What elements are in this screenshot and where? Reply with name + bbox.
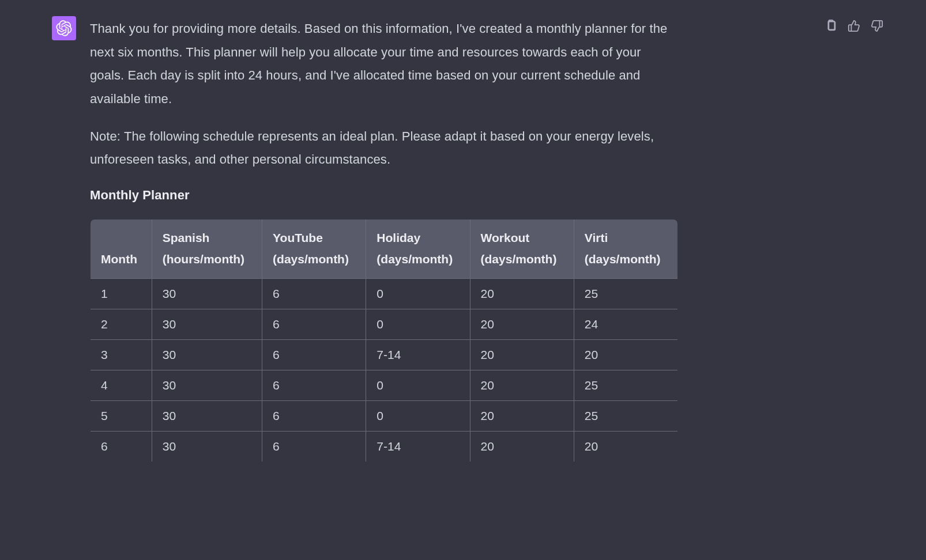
assistant-message: Thank you for providing more details. Ba… [0,0,926,478]
copy-button[interactable] [823,18,838,33]
thumbs-up-button[interactable] [846,18,861,33]
note-paragraph: Note: The following schedule represents … [90,125,678,172]
table-cell: 24 [574,309,677,339]
table-row: 430602025 [91,370,678,400]
table-cell: 0 [366,278,470,309]
table-row: 33067-142020 [91,339,678,370]
table-cell: 25 [574,400,677,431]
planner-table-wrapper: Month Spanish (hours/month) YouTube (day… [90,219,678,462]
assistant-avatar [52,16,76,40]
table-cell: 20 [470,400,574,431]
table-cell: 20 [574,431,677,461]
col-virti: Virti (days/month) [574,220,677,279]
thumbs-down-button[interactable] [869,18,884,33]
table-cell: 20 [470,370,574,400]
table-cell: 6 [91,431,152,461]
table-cell: 5 [91,400,152,431]
table-cell: 7-14 [366,431,470,461]
thumbs-up-icon [848,20,860,32]
table-heading: Monthly Planner [90,188,678,203]
table-cell: 20 [470,431,574,461]
table-cell: 2 [91,309,152,339]
thumbs-down-icon [871,20,883,32]
clipboard-icon [825,20,837,32]
table-row: 130602025 [91,278,678,309]
table-cell: 6 [262,339,366,370]
table-cell: 20 [470,309,574,339]
table-row: 63067-142020 [91,431,678,461]
table-cell: 30 [152,400,262,431]
message-actions [823,18,884,33]
table-cell: 20 [470,278,574,309]
table-cell: 25 [574,278,677,309]
table-cell: 30 [152,431,262,461]
table-cell: 6 [262,370,366,400]
table-cell: 20 [574,339,677,370]
table-header-row: Month Spanish (hours/month) YouTube (day… [91,220,678,279]
table-cell: 7-14 [366,339,470,370]
table-cell: 25 [574,370,677,400]
table-cell: 0 [366,400,470,431]
intro-paragraph: Thank you for providing more details. Ba… [90,17,678,111]
planner-table: Month Spanish (hours/month) YouTube (day… [90,219,678,462]
table-cell: 6 [262,309,366,339]
table-cell: 6 [262,278,366,309]
table-cell: 1 [91,278,152,309]
message-content: Thank you for providing more details. Ba… [90,16,678,462]
table-cell: 6 [262,431,366,461]
col-youtube: YouTube (days/month) [262,220,366,279]
table-row: 230602024 [91,309,678,339]
table-cell: 4 [91,370,152,400]
table-cell: 0 [366,370,470,400]
col-holiday: Holiday (days/month) [366,220,470,279]
table-cell: 6 [262,400,366,431]
col-spanish: Spanish (hours/month) [152,220,262,279]
table-cell: 0 [366,309,470,339]
table-cell: 30 [152,309,262,339]
openai-icon [56,20,72,36]
table-cell: 3 [91,339,152,370]
col-month: Month [91,220,152,279]
table-cell: 20 [470,339,574,370]
table-cell: 30 [152,370,262,400]
col-workout: Workout (days/month) [470,220,574,279]
table-cell: 30 [152,278,262,309]
table-cell: 30 [152,339,262,370]
table-row: 530602025 [91,400,678,431]
